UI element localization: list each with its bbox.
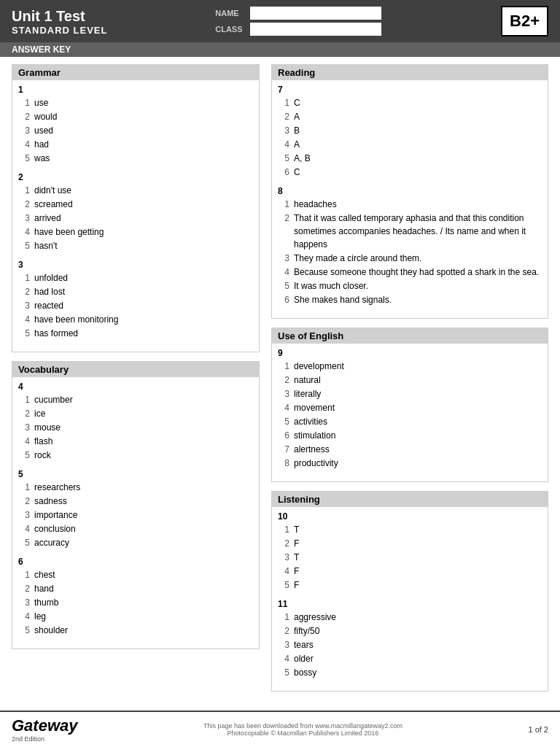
list-item: 1headaches — [281, 198, 542, 211]
grammar-header: Grammar — [12, 65, 259, 80]
grammar-q3-num: 3 — [18, 260, 253, 270]
list-item: 5accuracy — [21, 536, 253, 549]
reading-q7: 7 1C 2A 3B 4A 5A, B 6C — [278, 85, 542, 179]
reading-section: Reading 7 1C 2A 3B 4A 5A, B 6C — [271, 64, 548, 319]
grammar-section: Grammar 1 1use 2would 3used 4had 5was — [12, 64, 260, 352]
footer: Gateway 2nd Edition This page has been d… — [0, 711, 560, 747]
list-item: 4had — [21, 138, 253, 151]
list-item: 1unfolded — [21, 271, 253, 285]
use-of-english-body: 9 1development 2natural 3literally 4move… — [272, 344, 548, 481]
list-item: 2sadness — [21, 495, 253, 508]
list-item: 4A — [281, 138, 542, 151]
list-item: 4Because someone thought they had spotte… — [281, 266, 542, 279]
list-item: 2ice — [21, 407, 253, 420]
listening-q10-num: 10 — [278, 511, 542, 522]
vocabulary-q4: 4 1cucumber 2ice 3mouse 4flash 5rock — [18, 382, 253, 462]
header-left: Unit 1 Test STANDARD LEVEL — [12, 7, 107, 36]
list-item: 3literally — [281, 387, 542, 400]
list-item: 5bossy — [281, 666, 542, 679]
vocab-q4-list: 1cucumber 2ice 3mouse 4flash 5rock — [18, 393, 253, 462]
grammar-q2: 2 1didn't use 2screamed 3arrived 4have b… — [18, 172, 253, 252]
list-item: 3arrived — [21, 212, 253, 225]
gateway-logo: Gateway 2nd Edition — [12, 716, 78, 743]
reading-q7-list: 1C 2A 3B 4A 5A, B 6C — [278, 96, 542, 179]
list-item: 4leg — [21, 610, 253, 623]
list-item: 5has formed — [21, 327, 253, 340]
list-item: 5A, B — [281, 152, 542, 165]
use-of-english-header: Use of English — [272, 328, 548, 344]
vocab-q6-list: 1chest 2hand 3thumb 4leg 5shoulder — [18, 568, 253, 637]
listening-q10-list: 1T 2F 3T 4F 5F — [278, 523, 542, 592]
uoe-q9-list: 1development 2natural 3literally 4moveme… — [278, 360, 542, 470]
name-input[interactable] — [250, 7, 381, 20]
footer-center: This page has been downloaded from www.m… — [203, 722, 402, 737]
list-item: 4conclusion — [21, 522, 253, 535]
list-item: 3mouse — [21, 421, 253, 434]
list-item: 1chest — [21, 568, 253, 581]
vocab-q4-num: 4 — [18, 382, 253, 392]
list-item: 4have been monitoring — [21, 313, 253, 326]
grammar-q1-num: 1 — [18, 85, 253, 95]
listening-header: Listening — [272, 492, 548, 507]
list-item: 5hasn't — [21, 239, 253, 252]
header-fields: NAME CLASS — [215, 7, 381, 36]
vocabulary-body: 4 1cucumber 2ice 3mouse 4flash 5rock 5 — [12, 377, 259, 649]
vocabulary-section: Vocabulary 4 1cucumber 2ice 3mouse 4flas… — [12, 361, 260, 649]
list-item: 5It was much closer. — [281, 279, 542, 293]
list-item: 1aggressive — [281, 611, 542, 624]
grammar-q3: 3 1unfolded 2had lost 3reacted 4have bee… — [18, 260, 253, 340]
grammar-q3-list: 1unfolded 2had lost 3reacted 4have been … — [18, 271, 253, 340]
name-row: NAME — [215, 7, 381, 20]
list-item: 3importance — [21, 508, 253, 522]
reading-q7-num: 7 — [278, 85, 542, 95]
list-item: 1T — [281, 523, 542, 536]
unit-title: Unit 1 Test — [12, 7, 107, 25]
left-column: Grammar 1 1use 2would 3used 4had 5was — [12, 64, 260, 700]
list-item: 4movement — [281, 401, 542, 414]
grammar-q1: 1 1use 2would 3used 4had 5was — [18, 85, 253, 165]
reading-q8: 8 1headaches 2That it was called tempora… — [278, 186, 542, 306]
list-item: 3B — [281, 124, 542, 137]
list-item: 2would — [21, 110, 253, 123]
listening-q10: 10 1T 2F 3T 4F 5F — [278, 511, 542, 592]
grammar-q2-num: 2 — [18, 172, 253, 182]
listening-section: Listening 10 1T 2F 3T 4F 5F — [271, 491, 548, 692]
list-item: 5F — [281, 578, 542, 592]
listening-q11: 11 1aggressive 2fifty/50 3tears 4older 5… — [278, 599, 542, 679]
listening-body: 10 1T 2F 3T 4F 5F 11 1aggressive — [272, 507, 548, 691]
level-subtitle: STANDARD LEVEL — [12, 25, 107, 36]
vocab-q5-num: 5 — [18, 469, 253, 479]
list-item: 2A — [281, 110, 542, 123]
vocab-q6-num: 6 — [18, 557, 253, 567]
vocabulary-q6: 6 1chest 2hand 3thumb 4leg 5shoulder — [18, 557, 253, 637]
list-item: 1didn't use — [21, 184, 253, 197]
footer-page: 1 of 2 — [528, 725, 548, 734]
list-item: 1researchers — [21, 481, 253, 494]
reading-body: 7 1C 2A 3B 4A 5A, B 6C 8 — [272, 80, 548, 318]
list-item: 3reacted — [21, 299, 253, 312]
answer-key-bar: ANSWER KEY — [0, 42, 560, 57]
reading-q8-num: 8 — [278, 186, 542, 196]
grammar-body: 1 1use 2would 3used 4had 5was 2 — [12, 80, 259, 352]
list-item: 2natural — [281, 374, 542, 387]
vocab-q5-list: 1researchers 2sadness 3importance 4concl… — [18, 481, 253, 549]
class-row: CLASS — [215, 23, 381, 36]
reading-q8-list: 1headaches 2That it was called temporary… — [278, 198, 542, 306]
list-item: 5was — [21, 152, 253, 165]
logo-edition: 2nd Edition — [12, 735, 78, 743]
class-label: CLASS — [215, 25, 244, 34]
footer-line2: Photocopiable © Macmillan Publishers Lim… — [203, 729, 402, 737]
list-item: 3They made a circle around them. — [281, 252, 542, 265]
list-item: 2screamed — [21, 198, 253, 211]
list-item: 5activities — [281, 415, 542, 428]
b2-badge: B2+ — [501, 6, 548, 36]
right-column: Reading 7 1C 2A 3B 4A 5A, B 6C — [271, 64, 548, 700]
list-item: 4flash — [21, 435, 253, 448]
list-item: 2hand — [21, 582, 253, 595]
content: Grammar 1 1use 2would 3used 4had 5was — [0, 57, 560, 708]
list-item: 5rock — [21, 449, 253, 462]
list-item: 2fifty/50 — [281, 624, 542, 638]
list-item: 4F — [281, 565, 542, 578]
list-item: 3T — [281, 551, 542, 564]
class-input[interactable] — [250, 23, 381, 36]
